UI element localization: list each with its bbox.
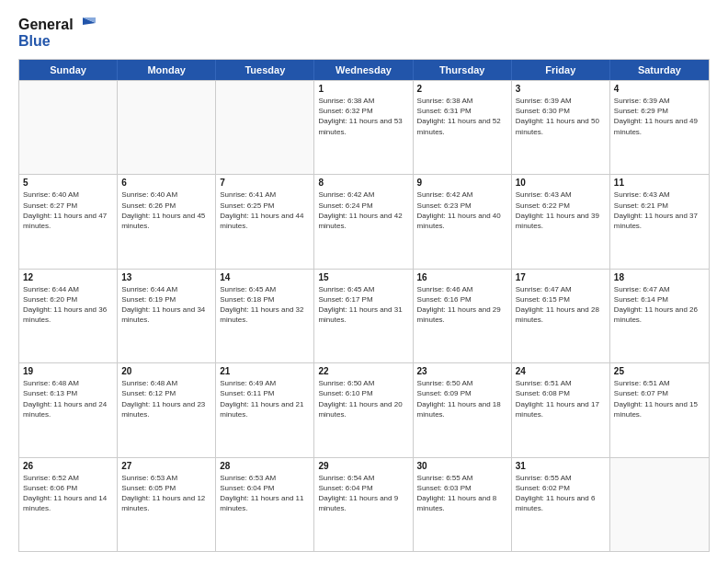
empty-cell [216,81,314,174]
day-number: 5 [23,178,113,188]
day-number: 1 [318,84,408,94]
calendar-body: 1Sunrise: 6:38 AM Sunset: 6:32 PM Daylig… [19,80,709,551]
day-info: Sunrise: 6:51 AM Sunset: 6:08 PM Dayligh… [516,378,606,419]
day-info: Sunrise: 6:54 AM Sunset: 6:04 PM Dayligh… [318,473,408,514]
day-cell-13: 13Sunrise: 6:44 AM Sunset: 6:19 PM Dayli… [118,270,216,362]
day-info: Sunrise: 6:44 AM Sunset: 6:20 PM Dayligh… [23,284,113,326]
day-number: 8 [318,178,408,188]
day-cell-2: 2Sunrise: 6:38 AM Sunset: 6:31 PM Daylig… [414,81,512,174]
day-number: 9 [417,178,507,188]
day-number: 29 [318,461,408,471]
day-cell-31: 31Sunrise: 6:55 AM Sunset: 6:02 PM Dayli… [512,458,610,551]
day-cell-1: 1Sunrise: 6:38 AM Sunset: 6:32 PM Daylig… [314,81,413,174]
page: General Blue SundayMondayTuesdayWednesda… [0,0,728,563]
day-info: Sunrise: 6:55 AM Sunset: 6:02 PM Dayligh… [516,473,606,514]
calendar-header-row: SundayMondayTuesdayWednesdayThursdayFrid… [19,60,709,80]
header: General Blue [18,17,710,50]
day-number: 27 [121,461,211,471]
day-of-week-saturday: Saturday [610,60,709,80]
day-info: Sunrise: 6:48 AM Sunset: 6:12 PM Dayligh… [121,378,211,419]
day-info: Sunrise: 6:47 AM Sunset: 6:14 PM Dayligh… [614,284,705,326]
day-number: 4 [614,84,705,94]
day-cell-9: 9Sunrise: 6:42 AM Sunset: 6:23 PM Daylig… [414,175,512,268]
day-info: Sunrise: 6:38 AM Sunset: 6:31 PM Dayligh… [417,96,507,137]
day-number: 14 [220,272,310,282]
day-cell-12: 12Sunrise: 6:44 AM Sunset: 6:20 PM Dayli… [19,270,118,362]
day-number: 12 [23,272,113,282]
day-info: Sunrise: 6:48 AM Sunset: 6:13 PM Dayligh… [23,378,113,419]
day-number: 16 [417,272,507,282]
day-info: Sunrise: 6:39 AM Sunset: 6:30 PM Dayligh… [516,96,606,137]
day-number: 2 [417,84,507,94]
day-number: 30 [417,461,507,471]
day-info: Sunrise: 6:53 AM Sunset: 6:05 PM Dayligh… [121,473,211,514]
day-cell-27: 27Sunrise: 6:53 AM Sunset: 6:05 PM Dayli… [118,458,216,551]
day-number: 25 [614,366,705,376]
day-number: 22 [318,366,408,376]
day-cell-24: 24Sunrise: 6:51 AM Sunset: 6:08 PM Dayli… [512,363,610,456]
day-number: 13 [121,272,211,282]
day-cell-16: 16Sunrise: 6:46 AM Sunset: 6:16 PM Dayli… [414,270,512,362]
day-cell-23: 23Sunrise: 6:50 AM Sunset: 6:09 PM Dayli… [414,363,512,456]
day-number: 7 [220,178,310,188]
day-number: 15 [318,272,408,282]
day-of-week-tuesday: Tuesday [216,60,314,80]
day-cell-20: 20Sunrise: 6:48 AM Sunset: 6:12 PM Dayli… [118,363,216,456]
day-cell-19: 19Sunrise: 6:48 AM Sunset: 6:13 PM Dayli… [19,363,118,456]
day-info: Sunrise: 6:50 AM Sunset: 6:10 PM Dayligh… [318,378,408,419]
day-of-week-thursday: Thursday [414,60,512,80]
day-info: Sunrise: 6:42 AM Sunset: 6:24 PM Dayligh… [318,190,408,231]
day-cell-17: 17Sunrise: 6:47 AM Sunset: 6:15 PM Dayli… [512,270,610,362]
day-number: 21 [220,366,310,376]
day-info: Sunrise: 6:45 AM Sunset: 6:18 PM Dayligh… [220,284,310,326]
logo-blue-text: Blue [18,33,51,50]
day-number: 19 [23,366,113,376]
day-cell-29: 29Sunrise: 6:54 AM Sunset: 6:04 PM Dayli… [314,458,413,551]
logo: General Blue [18,17,96,50]
day-number: 11 [614,178,705,188]
day-number: 31 [516,461,606,471]
logo-bird-icon [75,17,96,32]
empty-cell [19,81,118,174]
day-info: Sunrise: 6:46 AM Sunset: 6:16 PM Dayligh… [417,284,507,326]
day-info: Sunrise: 6:53 AM Sunset: 6:04 PM Dayligh… [220,473,310,514]
day-info: Sunrise: 6:49 AM Sunset: 6:11 PM Dayligh… [220,378,310,419]
day-info: Sunrise: 6:44 AM Sunset: 6:19 PM Dayligh… [121,284,211,326]
day-number: 17 [516,272,606,282]
day-info: Sunrise: 6:55 AM Sunset: 6:03 PM Dayligh… [417,473,507,514]
day-cell-30: 30Sunrise: 6:55 AM Sunset: 6:03 PM Dayli… [414,458,512,551]
day-info: Sunrise: 6:43 AM Sunset: 6:22 PM Dayligh… [516,190,606,231]
day-cell-4: 4Sunrise: 6:39 AM Sunset: 6:29 PM Daylig… [610,81,709,174]
calendar-week-5: 26Sunrise: 6:52 AM Sunset: 6:06 PM Dayli… [19,457,709,551]
day-cell-21: 21Sunrise: 6:49 AM Sunset: 6:11 PM Dayli… [216,363,314,456]
day-of-week-sunday: Sunday [19,60,118,80]
day-number: 6 [121,178,211,188]
day-cell-7: 7Sunrise: 6:41 AM Sunset: 6:25 PM Daylig… [216,175,314,268]
empty-cell [610,458,709,551]
day-cell-15: 15Sunrise: 6:45 AM Sunset: 6:17 PM Dayli… [314,270,413,362]
day-cell-8: 8Sunrise: 6:42 AM Sunset: 6:24 PM Daylig… [314,175,413,268]
empty-cell [118,81,216,174]
day-info: Sunrise: 6:41 AM Sunset: 6:25 PM Dayligh… [220,190,310,231]
day-cell-25: 25Sunrise: 6:51 AM Sunset: 6:07 PM Dayli… [610,363,709,456]
day-info: Sunrise: 6:45 AM Sunset: 6:17 PM Dayligh… [318,284,408,326]
logo-general-text: General [18,17,74,33]
day-info: Sunrise: 6:38 AM Sunset: 6:32 PM Dayligh… [318,96,408,137]
day-number: 20 [121,366,211,376]
day-info: Sunrise: 6:40 AM Sunset: 6:26 PM Dayligh… [121,190,211,231]
day-cell-11: 11Sunrise: 6:43 AM Sunset: 6:21 PM Dayli… [610,175,709,268]
calendar-week-2: 5Sunrise: 6:40 AM Sunset: 6:27 PM Daylig… [19,174,709,268]
day-cell-10: 10Sunrise: 6:43 AM Sunset: 6:22 PM Dayli… [512,175,610,268]
day-number: 28 [220,461,310,471]
calendar-week-4: 19Sunrise: 6:48 AM Sunset: 6:13 PM Dayli… [19,362,709,456]
day-info: Sunrise: 6:52 AM Sunset: 6:06 PM Dayligh… [23,473,113,514]
calendar-week-3: 12Sunrise: 6:44 AM Sunset: 6:20 PM Dayli… [19,269,709,362]
day-info: Sunrise: 6:42 AM Sunset: 6:23 PM Dayligh… [417,190,507,231]
calendar-week-1: 1Sunrise: 6:38 AM Sunset: 6:32 PM Daylig… [19,80,709,174]
day-cell-18: 18Sunrise: 6:47 AM Sunset: 6:14 PM Dayli… [610,270,709,362]
day-cell-6: 6Sunrise: 6:40 AM Sunset: 6:26 PM Daylig… [118,175,216,268]
day-number: 26 [23,461,113,471]
day-number: 23 [417,366,507,376]
day-number: 24 [516,366,606,376]
day-cell-3: 3Sunrise: 6:39 AM Sunset: 6:30 PM Daylig… [512,81,610,174]
